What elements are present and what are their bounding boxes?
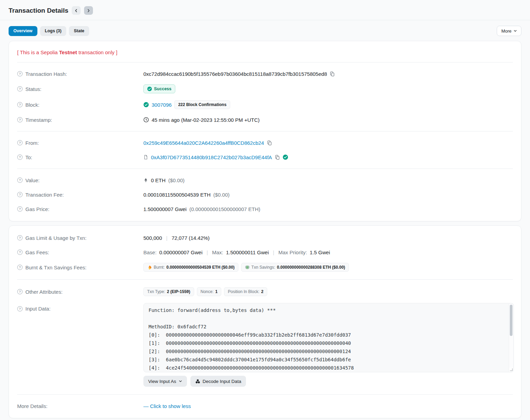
input-data-textarea[interactable]: Function: forward(address to,bytes data)… — [143, 303, 514, 372]
max-fee-value: 1.500000011 Gwei — [226, 249, 269, 255]
separator: | — [272, 249, 276, 255]
more-details-label: More Details: — [17, 403, 47, 409]
transaction-fee-amount: 0.000108115500504539 ETH — [143, 192, 211, 198]
value-row: ? Value: 0 ETH ($0.00) — [17, 173, 513, 187]
help-icon[interactable]: ? — [17, 289, 23, 294]
decode-icon — [195, 379, 200, 384]
gas-limit-value: 500,000 — [143, 235, 162, 241]
block-number-link[interactable]: 3007096 — [152, 102, 172, 108]
help-icon[interactable]: ? — [17, 117, 23, 122]
help-icon[interactable]: ? — [17, 86, 23, 92]
svg-text:?: ? — [19, 250, 21, 254]
gas-price-label: Gas Price: — [25, 206, 49, 212]
copy-icon — [330, 71, 335, 77]
block-confirmations-badge: 222 Block Confirmations — [174, 100, 230, 109]
page-title: Transaction Details — [9, 7, 68, 14]
to-row: ? To: 0xA3f07D6773514480b918C2742b027b3a… — [17, 150, 513, 164]
chevron-down-icon — [514, 29, 517, 33]
max-fee-label: Max: — [212, 249, 223, 255]
max-priority-fee-label: Max Priority: — [278, 249, 307, 255]
chevron-left-icon — [74, 9, 78, 13]
transaction-overview-card: [ This is a Sepolia Testnet transaction … — [9, 41, 521, 221]
divider — [17, 62, 513, 62]
transaction-hash-label: Transaction Hash: — [25, 71, 67, 77]
help-icon[interactable]: ? — [17, 140, 23, 145]
copy-icon — [267, 140, 272, 145]
help-icon[interactable]: ? — [17, 306, 23, 312]
gas-fees-row: ? Gas Fees: Base: 0.000000007 Gwei | Max… — [17, 245, 513, 259]
nonce-badge: Nonce: 1 — [197, 287, 222, 296]
other-attributes-label: Other Attributes: — [25, 289, 62, 295]
svg-text:?: ? — [19, 290, 21, 293]
separator: | — [205, 249, 209, 255]
transaction-hash-row: ? Transaction Hash: 0xc72d984ccac6190b5f… — [17, 67, 513, 81]
show-less-link[interactable]: — Click to show less — [143, 403, 191, 409]
decode-input-data-button[interactable]: Decode Input Data — [190, 376, 246, 387]
block-label: Block: — [25, 102, 39, 108]
help-icon[interactable]: ? — [17, 249, 23, 255]
svg-text:?: ? — [19, 178, 21, 182]
transaction-fee-row: ? Transaction Fee: 0.000108115500504539 … — [17, 187, 513, 202]
help-icon[interactable]: ? — [17, 154, 23, 160]
copy-hash-button[interactable] — [330, 71, 335, 77]
txn-savings-badge: Txn Savings: 0.000000000000288308 ETH ($… — [241, 263, 349, 272]
more-details-row: More Details: — Click to show less — [17, 399, 513, 413]
gas-fees-label: Gas Fees: — [25, 249, 49, 255]
view-input-as-button[interactable]: View Input As — [143, 376, 187, 387]
copy-from-address-button[interactable] — [267, 140, 272, 145]
status-label: Status: — [25, 86, 42, 92]
transaction-fee-label: Transaction Fee: — [25, 192, 64, 198]
separator: | — [165, 235, 169, 241]
help-icon[interactable]: ? — [17, 265, 23, 270]
previous-transaction-button[interactable] — [72, 6, 81, 15]
tab-state[interactable]: State — [69, 26, 89, 36]
value-amount: 0 ETH — [151, 177, 166, 183]
input-data-row: ? Input Data: Function: forward(address … — [17, 300, 513, 390]
from-label: From: — [25, 140, 39, 146]
gas-price-amount: 1.500000007 Gwei — [143, 206, 187, 212]
from-address-link[interactable]: 0x259c49E65644a020C2A642260a4ffB0CD862cb… — [143, 140, 264, 146]
position-in-block-badge: Position In Block: 2 — [224, 287, 267, 296]
help-icon[interactable]: ? — [17, 235, 23, 241]
resize-handle-icon[interactable] — [509, 368, 513, 372]
check-circle-icon — [147, 86, 152, 91]
timestamp-label: Timestamp: — [25, 117, 52, 123]
help-icon[interactable]: ? — [17, 177, 23, 183]
ethereum-icon — [143, 178, 148, 183]
gas-limit-row: ? Gas Limit & Usage by Txn: 500,000 | 72… — [17, 231, 513, 245]
to-address-link[interactable]: 0xA3f07D6773514480b918C2742b027b3acD9E44… — [151, 154, 272, 160]
gas-limit-label: Gas Limit & Usage by Txn: — [25, 235, 86, 241]
help-icon[interactable]: ? — [17, 102, 23, 107]
help-icon[interactable]: ? — [17, 206, 23, 212]
status-row: ? Status: Success — [17, 81, 513, 97]
money-wings-icon — [245, 265, 250, 270]
tab-overview[interactable]: Overview — [9, 26, 37, 36]
next-transaction-button[interactable] — [84, 6, 93, 15]
help-icon[interactable]: ? — [17, 192, 23, 197]
svg-text:?: ? — [19, 103, 21, 106]
transaction-fee-usd: ($0.00) — [213, 192, 230, 198]
value-label: Value: — [25, 177, 39, 183]
svg-text:?: ? — [19, 72, 21, 75]
tab-logs[interactable]: Logs (3) — [40, 26, 67, 36]
divider — [17, 394, 513, 395]
svg-text:?: ? — [19, 118, 21, 121]
svg-text:?: ? — [19, 307, 21, 311]
more-dropdown-button[interactable]: More — [497, 26, 521, 36]
block-row: ? Block: 3007096 222 Block Confirmations — [17, 97, 513, 113]
svg-text:?: ? — [19, 87, 21, 91]
input-data-label: Input Data: — [25, 306, 50, 312]
scrollbar-thumb[interactable] — [510, 305, 513, 336]
transaction-details-card: ? Gas Limit & Usage by Txn: 500,000 | 72… — [9, 225, 521, 418]
divider — [17, 279, 513, 280]
input-data-scrollbar[interactable] — [509, 304, 513, 372]
copy-to-address-button[interactable] — [275, 155, 280, 160]
contract-document-icon — [143, 155, 148, 160]
check-circle-icon — [143, 102, 149, 107]
help-icon[interactable]: ? — [17, 71, 23, 77]
flame-icon — [147, 265, 152, 270]
burnt-fees-label: Burnt & Txn Savings Fees: — [25, 265, 86, 270]
tab-row: Overview Logs (3) State More — [0, 20, 530, 41]
base-fee-label: Base: — [143, 249, 156, 255]
copy-icon — [275, 155, 280, 160]
